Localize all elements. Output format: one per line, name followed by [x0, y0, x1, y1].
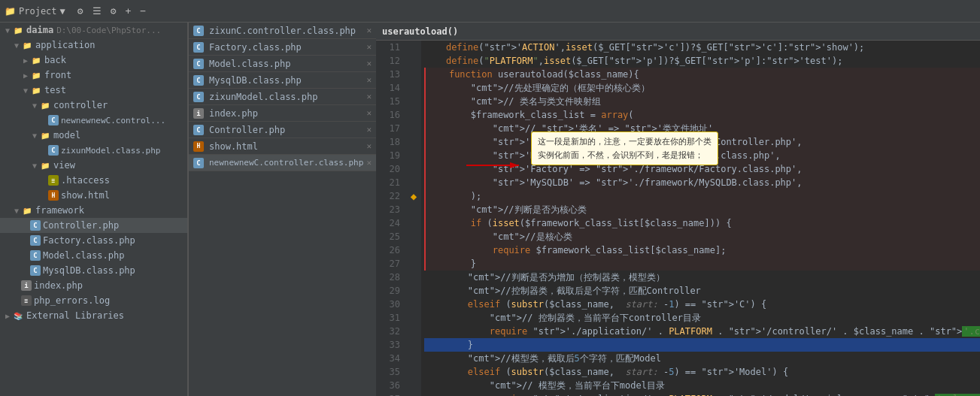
open-file-index-close[interactable]: ✕ — [366, 108, 372, 118]
code-content: define("str">'ACTION',isset($_GET["str">… — [421, 41, 980, 396]
tree-newnewnew-icon: C — [48, 115, 59, 125]
gutter-marker-28 — [406, 271, 421, 284]
gear2-icon[interactable]: ⚙ — [108, 4, 120, 18]
line-number-18: 18 — [382, 135, 400, 149]
open-file-controller[interactable]: C Controller.php ✕ — [189, 122, 376, 138]
code-line-20: "str">'Factory' => "str">'./framework/Fa… — [424, 162, 980, 176]
tree-zixunmodel-label: zixunModel.class.php — [61, 146, 160, 156]
code-line-15: "cmt">// 类名与类文件映射组 — [424, 95, 980, 108]
tree-root-folder-icon: 📁 — [12, 24, 24, 36]
open-file-newnewnew[interactable]: C newnewnewC.controller.class.php ✕ — [189, 155, 376, 171]
open-file-zixunmodel-close[interactable]: ✕ — [366, 92, 372, 101]
tree-index-php[interactable]: i index.php — [0, 278, 187, 293]
tree-model-php-icon: C — [30, 250, 41, 261]
gutter-marker-13 — [406, 68, 421, 81]
gutter-marker-12 — [406, 54, 421, 68]
open-file-newnewnew-name: newnewnewC.controller.class.php — [209, 158, 363, 168]
open-file-index-icon: i — [193, 108, 204, 119]
minus-icon[interactable]: − — [137, 4, 149, 18]
line-number-29: 29 — [382, 284, 400, 298]
tree-newnewnew[interactable]: C newnewnewC.control... — [0, 113, 187, 128]
gutter-marker-26 — [406, 243, 421, 257]
open-file-model[interactable]: C Model.class.php ✕ — [189, 56, 376, 72]
tree-external-libraries[interactable]: ▶ 📚 External Libraries — [0, 308, 187, 323]
add-icon[interactable]: + — [122, 4, 134, 18]
tree-zixunmodel[interactable]: C zixunModel.class.php — [0, 143, 187, 158]
tree-external-label: External Libraries — [26, 310, 124, 321]
open-file-mysqldb[interactable]: C MysqlDB.class.php ✕ — [189, 72, 376, 89]
code-line-28: "cmt">//判断是否为增加（控制器类，模型类） — [424, 271, 980, 284]
open-file-factory-close[interactable]: ✕ — [366, 42, 372, 52]
code-line-16: $framework_class_list = array( — [424, 108, 980, 122]
tree-test[interactable]: ▼ 📁 test — [0, 83, 187, 98]
tree-framework-label: framework — [35, 205, 84, 216]
code-editor[interactable]: 1112131415161718192021222324252627282930… — [376, 41, 980, 396]
open-file-zixunc-close[interactable]: ✕ — [366, 26, 372, 35]
tree-front[interactable]: ▶ 📁 front — [0, 68, 187, 83]
tree-controller-php[interactable]: C Controller.php — [0, 218, 187, 233]
tree-application[interactable]: ▼ 📁 application — [0, 38, 187, 53]
menu-icon[interactable]: ☰ — [90, 4, 105, 18]
tree-php-errors[interactable]: ≡ php_errors.log — [0, 293, 187, 308]
open-file-controller-close[interactable]: ✕ — [366, 125, 372, 135]
tree-model-folder-icon: 📁 — [39, 129, 51, 141]
line-number-33: 33 — [382, 338, 400, 352]
open-file-model-close[interactable]: ✕ — [366, 59, 372, 68]
tree-factory[interactable]: C Factory.class.php — [0, 233, 187, 248]
open-file-index[interactable]: i index.php ✕ — [189, 105, 376, 122]
open-file-zixunmodel-name: zixunModel.class.php — [209, 92, 318, 102]
tree-model-folder[interactable]: ▼ 📁 model — [0, 128, 187, 143]
tree-controller-folder-label: controller — [53, 100, 108, 110]
gutter-marker-18 — [406, 135, 421, 149]
open-file-show[interactable]: H show.html ✕ — [189, 138, 376, 155]
code-line-29: "cmt">//控制器类，截取后是个字符，匹配Controller — [424, 284, 980, 298]
tree-root[interactable]: ▼ 📁 daima D:\00-Code\PhpStor... — [0, 23, 187, 38]
tree-index-php-icon: i — [21, 280, 32, 291]
line-number-11: 11 — [382, 41, 400, 54]
project-dropdown-icon[interactable]: ▼ — [60, 6, 65, 17]
line-number-32: 32 — [382, 325, 400, 338]
tree-model-php[interactable]: C Model.class.php — [0, 248, 187, 263]
open-file-zixunmodel[interactable]: C zixunModel.class.php ✕ — [189, 89, 376, 105]
tree-htaccess[interactable]: ≡ .htaccess — [0, 173, 187, 188]
line-number-35: 35 — [382, 365, 400, 379]
tree-mysqldb[interactable]: C MysqlDB.class.php — [0, 263, 187, 278]
tree-application-icon: 📁 — [21, 39, 33, 51]
open-file-mysqldb-close[interactable]: ✕ — [366, 75, 372, 85]
line-number-20: 20 — [382, 162, 400, 176]
open-file-model-icon: C — [193, 59, 204, 69]
code-line-30: elseif (substr($class_name, start: -1) =… — [424, 298, 980, 311]
code-line-34: "cmt">//模型类，截取后5个字符，匹配Model — [424, 352, 980, 365]
line-number-13: 13 — [382, 68, 400, 81]
open-file-zixunc[interactable]: C zixunC.controller.class.php ✕ — [189, 23, 376, 39]
tree-factory-icon: C — [30, 235, 41, 246]
line-number-23: 23 — [382, 203, 400, 216]
tree-controller-folder[interactable]: ▼ 📁 controller — [0, 98, 187, 113]
open-file-newnewnew-icon: C — [193, 158, 204, 168]
tree-show-html-icon: H — [48, 190, 59, 201]
tree-controller-folder-arrow: ▼ — [30, 101, 39, 110]
code-line-14: "cmt">//先处理确定的（框架中的核心类） — [424, 81, 980, 95]
tree-view-folder[interactable]: ▼ 📁 view — [0, 158, 187, 173]
open-file-newnewnew-close[interactable]: ✕ — [366, 158, 372, 168]
tree-model-folder-arrow: ▼ — [30, 131, 39, 140]
tree-show-html[interactable]: H show.html — [0, 188, 187, 203]
gutter-marker-30 — [406, 298, 421, 311]
open-file-factory[interactable]: C Factory.class.php ✕ — [189, 39, 376, 56]
open-file-newnewnew-left: C newnewnewC.controller.class.php — [193, 158, 363, 168]
tree-back[interactable]: ▶ 📁 back — [0, 53, 187, 68]
open-files-panel: C zixunC.controller.class.php ✕ C Factor… — [188, 23, 376, 396]
tree-framework-folder[interactable]: ▼ 📁 framework — [0, 203, 187, 218]
open-file-zixunmodel-left: C zixunModel.class.php — [193, 92, 363, 102]
open-file-show-close[interactable]: ✕ — [366, 141, 372, 151]
open-file-zixunc-icon: C — [193, 26, 204, 36]
tree-factory-label: Factory.class.php — [43, 235, 135, 246]
tree-external-arrow: ▶ — [3, 312, 12, 320]
tree-controller-folder-icon: 📁 — [39, 99, 51, 111]
tree-test-arrow: ▼ — [21, 86, 30, 95]
tree-back-arrow: ▶ — [21, 56, 30, 65]
tree-zixunmodel-icon: C — [48, 145, 59, 156]
code-line-36: "cmt">// 模型类，当前平台下model目录 — [424, 379, 980, 392]
open-file-controller-icon: C — [193, 125, 204, 135]
settings-icon[interactable]: ⚙ — [74, 4, 86, 18]
